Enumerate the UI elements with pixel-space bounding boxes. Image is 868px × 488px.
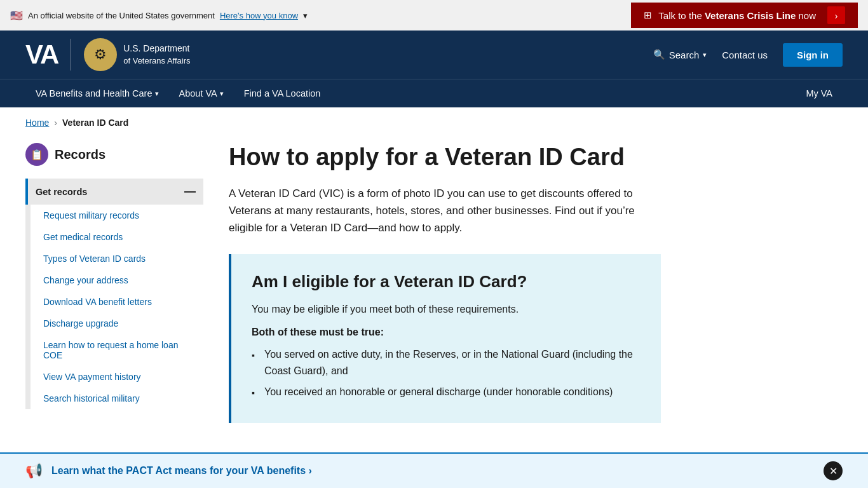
nav-my-va[interactable]: My VA <box>796 79 843 107</box>
nav-benefits[interactable]: VA Benefits and Health Care ▾ <box>25 79 169 107</box>
sidebar-item-change-address[interactable]: Change your address <box>31 269 203 291</box>
sidebar-item-benefit-letters[interactable]: Download VA benefit letters <box>31 291 203 313</box>
search-button[interactable]: 🔍 Search ▾ <box>653 49 707 60</box>
breadcrumb: Home › Veteran ID Card <box>0 107 868 138</box>
eligibility-req-1: You served on active duty, in the Reserv… <box>252 346 641 379</box>
flag-icon: 🇺🇸 <box>10 10 23 22</box>
crisis-grid-icon: ⊞ <box>644 10 652 21</box>
nav-find-location[interactable]: Find a VA Location <box>234 79 331 107</box>
sidebar-menu: Get records — Request military records G… <box>25 179 203 409</box>
search-icon: 🔍 <box>653 49 665 60</box>
page-intro: A Veteran ID Card (VIC) is a form of pho… <box>229 185 661 237</box>
chevron-down-icon: ▾ <box>303 11 308 20</box>
benefits-chevron-icon: ▾ <box>155 90 159 98</box>
eligibility-heading: Am I eligible for a Veteran ID Card? <box>252 272 641 292</box>
logo-divider <box>71 39 71 71</box>
signin-button[interactable]: Sign in <box>783 43 843 67</box>
main-content: How to apply for a Veteran ID Card A Vet… <box>229 138 737 423</box>
sidebar: 📋 Records Get records — Request military… <box>25 138 203 423</box>
crisis-text: Talk to the Veterans Crisis Line now <box>658 10 816 21</box>
eligibility-box: Am I eligible for a Veteran ID Card? You… <box>229 254 661 423</box>
official-text: An official website of the United States… <box>28 11 215 20</box>
sidebar-item-payment-history[interactable]: View VA payment history <box>31 366 203 388</box>
page-content: 📋 Records Get records — Request military… <box>0 138 763 449</box>
main-header: VA ⚙ U.S. Department of Veterans Affairs… <box>0 30 868 79</box>
records-icon: 📋 <box>25 143 48 166</box>
va-logo: VA <box>25 41 58 68</box>
sidebar-item-historical-military[interactable]: Search historical military <box>31 388 203 409</box>
sidebar-item-discharge-upgrade[interactable]: Discharge upgrade <box>31 313 203 334</box>
va-seal: ⚙ <box>84 38 117 71</box>
breadcrumb-home[interactable]: Home <box>25 118 49 128</box>
sidebar-item-veteran-id-types[interactable]: Types of Veteran ID cards <box>31 248 203 269</box>
contact-button[interactable]: Contact us <box>722 50 768 60</box>
nav-about[interactable]: About VA ▾ <box>169 79 234 107</box>
both-true-label: Both of these must be true: <box>252 325 641 340</box>
breadcrumb-separator: › <box>54 118 57 128</box>
active-dash-icon: — <box>184 185 196 198</box>
sidebar-item-get-records[interactable]: Get records — <box>25 179 203 205</box>
eligibility-intro: You may be eligible if you meet both of … <box>252 302 641 317</box>
sidebar-sub-menu: Request military records Get medical rec… <box>28 205 203 409</box>
crisis-arrow-icon: › <box>827 6 845 24</box>
top-banner: 🇺🇸 An official website of the United Sta… <box>0 0 868 30</box>
search-chevron-icon: ▾ <box>703 51 707 59</box>
about-chevron-icon: ▾ <box>220 90 224 98</box>
header-nav: 🔍 Search ▾ Contact us Sign in <box>653 43 843 67</box>
logo-area: VA ⚙ U.S. Department of Veterans Affairs <box>25 38 191 71</box>
sidebar-item-medical-records[interactable]: Get medical records <box>31 226 203 248</box>
eligibility-list: You served on active duty, in the Reserv… <box>252 346 641 400</box>
heres-how-link[interactable]: Here's how you know <box>220 11 298 20</box>
crisis-line-banner[interactable]: ⊞ Talk to the Veterans Crisis Line now › <box>631 3 858 28</box>
breadcrumb-current: Veteran ID Card <box>62 118 128 128</box>
eligibility-req-2: You received an honorable or general dis… <box>252 384 641 400</box>
sidebar-item-military-records[interactable]: Request military records <box>31 205 203 226</box>
page-title: How to apply for a Veteran ID Card <box>229 143 737 172</box>
dept-name: U.S. Department of Veterans Affairs <box>123 43 190 67</box>
sidebar-item-home-loan-coe[interactable]: Learn how to request a home loan COE <box>31 334 203 366</box>
sidebar-header: 📋 Records <box>25 138 203 171</box>
main-nav: VA Benefits and Health Care ▾ About VA ▾… <box>0 79 868 107</box>
sidebar-title: Records <box>55 147 105 162</box>
